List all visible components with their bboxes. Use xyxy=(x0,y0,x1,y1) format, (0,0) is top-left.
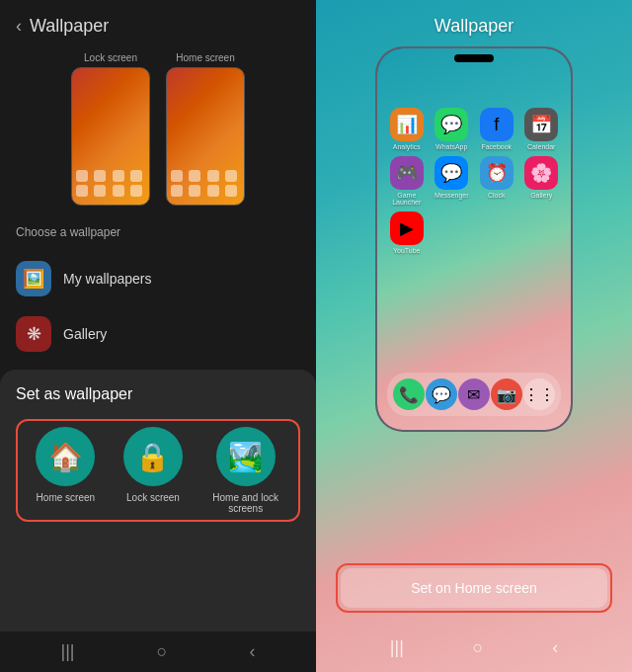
dock-camera-icon[interactable]: 📷 xyxy=(491,378,522,410)
right-panel-title: Wallpaper xyxy=(434,16,514,37)
app-youtube[interactable]: ▶ YouTube xyxy=(387,211,427,254)
set-on-home-container: Set on Home screen xyxy=(336,563,612,613)
home-screen-btn[interactable]: 🏠 Home screen xyxy=(36,427,95,514)
right-nav-back-icon[interactable]: ‹ xyxy=(552,637,558,658)
gallery-label: Gallery xyxy=(63,326,107,342)
dock-messages-icon[interactable]: 💬 xyxy=(426,378,457,410)
nav-back-icon[interactable]: ‹ xyxy=(249,641,255,662)
choose-label: Choose a wallpaper xyxy=(16,225,300,239)
my-wallpapers-label: My wallpapers xyxy=(63,271,151,287)
right-nav-recent-icon[interactable]: ||| xyxy=(390,637,404,658)
home-and-lock-btn-label: Home and lock screens xyxy=(211,492,280,514)
app-game-launcher[interactable]: 🎮 Game Launcher xyxy=(387,156,427,206)
calendar-icon: 📅 xyxy=(524,108,558,141)
home-screen-btn-icon: 🏠 xyxy=(36,427,95,486)
home-screen-btn-label: Home screen xyxy=(37,492,95,503)
nav-home-icon[interactable]: ○ xyxy=(157,641,168,662)
messenger-icon: 💬 xyxy=(434,156,468,190)
left-header: ‹ Wallpaper xyxy=(0,0,316,44)
phone-mockup: 📊 Analytics 💬 WhatsApp f Facebook 📅 Cale… xyxy=(375,46,573,432)
analytics-icon: 📊 xyxy=(390,108,424,141)
right-nav-bar: ||| ○ ‹ xyxy=(316,633,632,662)
left-panel: ‹ Wallpaper Lock screen Home screen xyxy=(0,0,316,672)
lock-screen-preview-item[interactable]: Lock screen xyxy=(71,52,150,206)
lock-screen-btn-label: Lock screen xyxy=(126,492,180,503)
lock-screen-btn[interactable]: 🔒 Lock screen xyxy=(123,427,183,514)
app-messenger[interactable]: 💬 Messenger xyxy=(433,156,472,206)
app-facebook[interactable]: f Facebook xyxy=(477,108,516,150)
youtube-icon: ▶ xyxy=(390,211,424,245)
lock-screen-preview xyxy=(71,67,150,206)
set-wallpaper-section: Set as wallpaper 🏠 Home screen 🔒 Lock sc… xyxy=(0,370,316,631)
my-wallpapers-icon: 🖼️ xyxy=(16,261,51,296)
gallery-icon: ❋ xyxy=(16,316,51,352)
app-grid: 📊 Analytics 💬 WhatsApp f Facebook 📅 Cale… xyxy=(387,108,561,254)
app-clock[interactable]: ⏰ Clock xyxy=(477,156,516,206)
set-on-home-button[interactable]: Set on Home screen xyxy=(341,568,607,608)
right-panel: Wallpaper 📊 Analytics 💬 WhatsApp f Faceb… xyxy=(316,0,632,672)
left-nav-bar: ||| ○ ‹ xyxy=(0,631,316,672)
facebook-icon: f xyxy=(480,108,514,141)
dock-apps-icon[interactable]: ⋮⋮ xyxy=(523,378,555,410)
whatsapp-icon: 💬 xyxy=(434,108,468,141)
app-whatsapp[interactable]: 💬 WhatsApp xyxy=(433,108,472,150)
gallery-app-icon: 🌸 xyxy=(524,156,558,190)
wallpaper-preview-row: Lock screen Home screen xyxy=(0,44,316,213)
my-wallpapers-option[interactable]: 🖼️ My wallpapers xyxy=(0,251,316,306)
right-nav-home-icon[interactable]: ○ xyxy=(473,637,484,658)
set-wallpaper-title: Set as wallpaper xyxy=(16,385,300,403)
home-screen-preview-item[interactable]: Home screen xyxy=(166,52,245,206)
dock-phone-icon[interactable]: 📞 xyxy=(393,378,425,410)
lock-screen-btn-icon: 🔒 xyxy=(123,427,183,486)
choose-wallpaper-section: Choose a wallpaper xyxy=(0,213,316,251)
nav-recent-icon[interactable]: ||| xyxy=(61,641,75,662)
app-calendar[interactable]: 📅 Calendar xyxy=(522,108,562,150)
clock-icon: ⏰ xyxy=(480,156,514,190)
game-launcher-icon: 🎮 xyxy=(390,156,424,190)
dock-bar: 📞 💬 ✉ 📷 ⋮⋮ xyxy=(387,373,561,416)
gallery-option[interactable]: ❋ Gallery xyxy=(0,306,316,362)
lock-screen-label: Lock screen xyxy=(84,52,137,63)
home-screen-label: Home screen xyxy=(176,52,234,63)
home-and-lock-btn[interactable]: 🏞️ Home and lock screens xyxy=(211,427,280,514)
phone-notch xyxy=(454,54,494,62)
app-gallery[interactable]: 🌸 Gallery xyxy=(522,156,562,206)
home-and-lock-btn-icon: 🏞️ xyxy=(216,427,276,486)
back-button[interactable]: ‹ xyxy=(16,16,22,37)
left-panel-title: Wallpaper xyxy=(30,16,109,37)
app-analytics[interactable]: 📊 Analytics xyxy=(387,108,427,150)
set-options-row: 🏠 Home screen 🔒 Lock screen 🏞️ Home and … xyxy=(16,419,300,522)
home-screen-preview xyxy=(166,67,245,206)
dock-mail-icon[interactable]: ✉ xyxy=(458,378,490,410)
